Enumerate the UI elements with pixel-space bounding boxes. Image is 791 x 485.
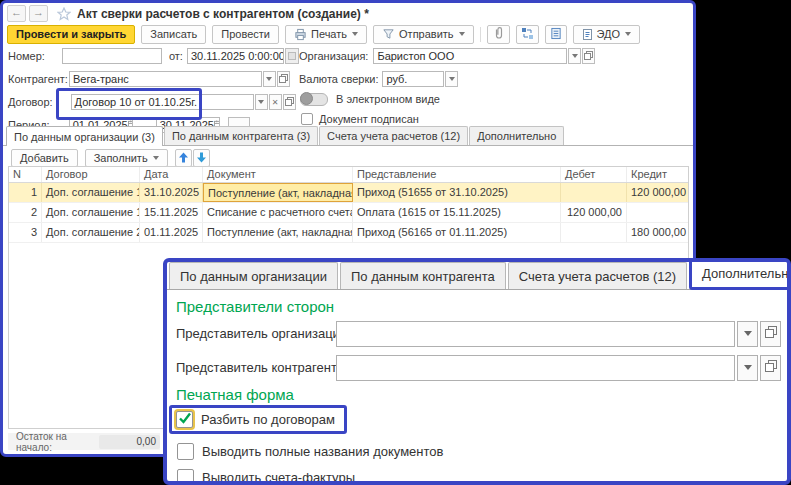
arrow-up-icon xyxy=(178,149,189,167)
cell-document[interactable]: Списание с расчетного счета 00БП-000... xyxy=(203,203,353,222)
counterparty-open-button[interactable] xyxy=(277,71,290,87)
opening-balance-label: Остаток на начало: xyxy=(16,431,99,453)
cell-document-focused[interactable]: Поступление (акт, накладная, УПД) 00... xyxy=(203,183,353,202)
back-button[interactable]: ← xyxy=(7,5,26,22)
col-header-n[interactable]: N xyxy=(9,167,42,182)
cell-debit[interactable] xyxy=(561,183,627,202)
save-button[interactable]: Записать xyxy=(141,25,206,44)
table-row[interactable]: 1 Доп. соглашение 1 от ... 31.10.2025 По… xyxy=(9,183,688,203)
print-menu-button[interactable]: Печать xyxy=(285,25,367,44)
counterparty-input[interactable]: Вега-транс xyxy=(69,71,262,87)
tab-additional[interactable]: Дополнительно xyxy=(469,126,564,145)
cell-debit[interactable] xyxy=(561,223,627,242)
contract-clear-button[interactable]: ✕ xyxy=(269,94,282,110)
rep-organization-input[interactable] xyxy=(336,321,735,347)
clear-icon: ✕ xyxy=(272,98,279,107)
contract-input[interactable]: Договор 10 от 01.10.25г. xyxy=(71,94,254,110)
electronic-toggle-label: В электронном виде xyxy=(336,93,440,105)
cell-document[interactable]: Поступление (акт, накладная, УПД) 00... xyxy=(203,223,353,242)
overlay-tab-additional[interactable]: Дополнительно xyxy=(689,258,791,290)
date-extra-button[interactable] xyxy=(285,48,299,64)
organization-input[interactable]: Баристоп ООО xyxy=(373,48,567,64)
full-doc-names-label: Выводить полные названия документов xyxy=(202,444,443,459)
cell-debit[interactable]: 120 000,00 xyxy=(561,203,627,222)
tab-by-counterparty[interactable]: По данным контрагента (3) xyxy=(164,126,318,145)
currency-dropdown-button[interactable] xyxy=(445,71,458,87)
open-link-icon xyxy=(765,360,777,375)
add-row-button[interactable]: Добавить xyxy=(11,149,78,167)
cell-n[interactable]: 2 xyxy=(9,203,42,222)
send-menu-button[interactable]: Отправить xyxy=(373,25,474,44)
rep-counterparty-open-button[interactable] xyxy=(760,355,781,381)
tab-accounts[interactable]: Счета учета расчетов (12) xyxy=(319,126,468,145)
cell-contract[interactable]: Доп. соглашение 1 от ... xyxy=(42,183,140,202)
rep-counterparty-dropdown-button[interactable] xyxy=(737,355,758,381)
open-link-icon xyxy=(285,97,294,108)
overlay-tab-accounts[interactable]: Счета учета расчетов (12) xyxy=(508,262,687,289)
chevron-down-icon xyxy=(459,32,465,36)
electronic-toggle[interactable] xyxy=(300,93,328,106)
organization-dropdown-button[interactable] xyxy=(568,48,581,64)
col-header-view[interactable]: Представление xyxy=(353,167,561,182)
printer-icon xyxy=(294,28,307,41)
move-down-button[interactable] xyxy=(193,149,210,167)
rep-organization-open-button[interactable] xyxy=(760,321,781,347)
split-by-contracts-checkbox[interactable] xyxy=(176,411,193,428)
move-up-button[interactable] xyxy=(175,149,192,167)
cell-date[interactable]: 31.10.2025 xyxy=(140,183,203,202)
rep-counterparty-input[interactable] xyxy=(336,355,735,381)
chevron-down-icon xyxy=(572,54,578,58)
contract-dropdown-button[interactable] xyxy=(255,94,268,110)
cell-credit[interactable] xyxy=(627,203,688,222)
cell-date[interactable]: 01.11.2025 xyxy=(140,223,203,242)
fill-menu-button[interactable]: Заполнить xyxy=(85,149,168,167)
cell-contract[interactable]: Доп. соглашение 1 от ... xyxy=(42,203,140,222)
overlay-tab-by-counterparty[interactable]: По данным контрагента xyxy=(340,262,506,289)
show-invoices-checkbox[interactable] xyxy=(177,469,194,485)
chevron-down-icon xyxy=(449,77,455,81)
structure-links-button[interactable] xyxy=(516,25,539,44)
cell-view[interactable]: Оплата (1615 от 15.11.2025) xyxy=(353,203,561,222)
window-title: Акт сверки расчетов с контрагентом (созд… xyxy=(77,7,369,21)
col-header-date[interactable]: Дата xyxy=(140,167,203,182)
currency-input[interactable]: руб. xyxy=(382,71,444,87)
col-header-document[interactable]: Документ xyxy=(203,167,353,182)
edo-menu-button[interactable]: ЭДО xyxy=(573,25,641,44)
col-header-contract[interactable]: Договор xyxy=(42,167,140,182)
doc-date-input[interactable]: 30.11.2025 0:00:00 xyxy=(187,48,284,64)
cell-contract[interactable]: Доп. соглашение 2 от ... xyxy=(42,223,140,242)
forward-button[interactable]: → xyxy=(29,5,48,22)
overlay-tab-by-organization[interactable]: По данным организации xyxy=(169,262,338,289)
cell-n[interactable]: 3 xyxy=(9,223,42,242)
full-doc-names-checkbox[interactable] xyxy=(177,443,194,460)
number-input[interactable] xyxy=(62,48,162,64)
counterparty-dropdown-button[interactable] xyxy=(263,71,276,87)
col-header-credit[interactable]: Кредит xyxy=(627,167,688,182)
chevron-down-icon xyxy=(625,32,631,36)
show-invoices-label: Выводить счета-фактуры xyxy=(202,470,355,485)
contract-open-button[interactable] xyxy=(283,94,296,110)
representatives-heading: Представители сторон xyxy=(176,298,334,315)
tab-by-organization[interactable]: По данным организации (3) xyxy=(6,126,163,146)
table-row[interactable]: 3 Доп. соглашение 2 от ... 01.11.2025 По… xyxy=(9,223,688,243)
organization-open-button[interactable] xyxy=(582,48,595,64)
toolbar-separator xyxy=(480,27,481,42)
notes-button[interactable] xyxy=(545,25,567,44)
post-button[interactable]: Провести xyxy=(212,25,279,44)
split-by-contracts-label: Разбить по договорам xyxy=(201,412,335,427)
cell-n[interactable]: 1 xyxy=(9,183,42,202)
table-row[interactable]: 2 Доп. соглашение 1 от ... 15.11.2025 Сп… xyxy=(9,203,688,223)
favorite-star-icon[interactable] xyxy=(57,7,71,21)
cell-credit[interactable]: 180 000,00 xyxy=(627,223,688,242)
cell-date[interactable]: 15.11.2025 xyxy=(140,203,203,222)
edo-icon xyxy=(582,28,593,41)
rep-organization-dropdown-button[interactable] xyxy=(737,321,758,347)
cell-credit[interactable]: 120 000,00 xyxy=(627,183,688,202)
cell-view[interactable]: Приход (56165 от 01.11.2025) xyxy=(353,223,561,242)
organization-label: Организация: xyxy=(299,50,368,62)
post-and-close-button[interactable]: Провести и закрыть xyxy=(7,25,135,44)
col-header-debit[interactable]: Дебет xyxy=(561,167,627,182)
cell-view[interactable]: Приход (51655 от 31.10.2025) xyxy=(353,183,561,202)
signed-checkbox[interactable] xyxy=(301,113,313,125)
attachments-button[interactable] xyxy=(487,25,510,44)
